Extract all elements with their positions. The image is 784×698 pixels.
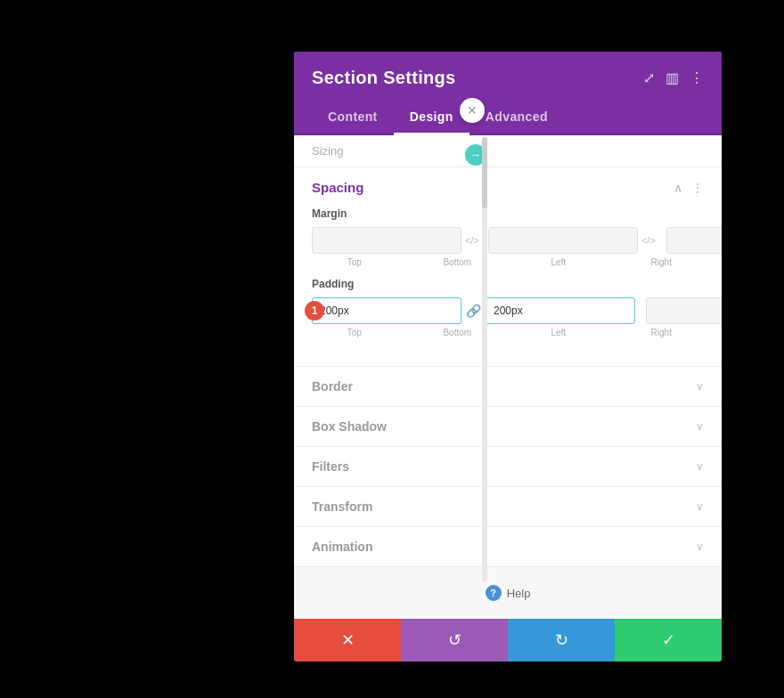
margin-bottom-input[interactable] (488, 227, 638, 254)
margin-field-row: </> </> </> (312, 227, 704, 254)
padding-tb-pair: 🔗 (312, 297, 635, 324)
spacing-header-icons: ∧ ⋮ (674, 181, 704, 195)
redo-button[interactable]: ↻ (508, 619, 615, 661)
margin-left-sublabels: Top Bottom (312, 257, 500, 267)
padding-lr-pair: </> (646, 297, 722, 324)
undo-button[interactable]: ↺ (401, 619, 508, 661)
animation-title: Animation (312, 540, 372, 554)
margin-label: Margin (312, 207, 704, 220)
tab-content[interactable]: Content (312, 101, 394, 135)
expand-icon[interactable]: ⤢ (643, 69, 655, 86)
box-shadow-section[interactable]: Box Shadow ∨ (294, 407, 722, 447)
padding-sub-labels: Top Bottom Left Right (312, 328, 704, 337)
margin-right-sublabel: Right (619, 257, 705, 267)
border-section[interactable]: Border ∨ (294, 367, 722, 407)
margin-left-sublabel2: Left (516, 257, 601, 267)
margin-top-code-icon[interactable]: </> (465, 235, 479, 246)
padding-field-row: 🔗 </> (312, 297, 704, 324)
modal-body: Sizing Spacing ∧ ⋮ Margin </> (294, 135, 722, 619)
help-icon[interactable]: ? (486, 585, 502, 601)
margin-top-sublabel: Top (312, 257, 397, 267)
more-icon[interactable]: ⋮ (690, 69, 704, 86)
spacing-collapse-icon[interactable]: ∧ (674, 181, 682, 195)
close-badge[interactable]: ✕ (460, 98, 485, 123)
filters-chevron: ∨ (696, 460, 704, 473)
link-icon[interactable]: 🔗 (466, 304, 481, 318)
margin-top-input[interactable] (312, 227, 461, 254)
padding-label: Padding (312, 278, 704, 290)
animation-chevron: ∨ (696, 540, 704, 553)
help-label: Help (507, 587, 531, 600)
scrollbar-track (482, 137, 487, 582)
margin-right-sublabels: Left Right (512, 257, 704, 267)
section-settings-modal: Section Settings ⤢ ▥ ⋮ Content Design Ad… (294, 52, 722, 661)
scrollbar-thumb[interactable] (482, 137, 487, 208)
animation-section[interactable]: Animation ∨ (294, 527, 722, 567)
modal-header: Section Settings ⤢ ▥ ⋮ (294, 52, 722, 101)
transform-section[interactable]: Transform ∨ (294, 487, 722, 527)
transform-title: Transform (312, 499, 372, 514)
margin-bottom-code-icon[interactable]: </> (641, 235, 656, 246)
margin-lr-pair: </> (666, 227, 722, 254)
modal-footer: ✕ ↺ ↻ ✓ (294, 619, 722, 661)
cancel-button[interactable]: ✕ (294, 619, 401, 661)
margin-left-input[interactable] (666, 227, 722, 254)
spacing-title: Spacing (312, 180, 363, 195)
spacing-section: Spacing ∧ ⋮ Margin </> </> (294, 167, 722, 367)
padding-row-wrapper: 1 🔗 </> (312, 297, 704, 324)
help-row: ? Help (294, 567, 722, 619)
spacing-content: Margin </> </> </> (294, 207, 722, 366)
padding-bottom-input[interactable] (486, 297, 635, 324)
margin-sub-labels: Top Bottom Left Right (312, 257, 704, 267)
tabs-bar: Content Design Advanced (294, 101, 722, 135)
filters-section[interactable]: Filters ∨ (294, 447, 722, 487)
padding-top-input[interactable] (312, 297, 461, 324)
box-shadow-chevron: ∨ (696, 420, 704, 433)
padding-left-input[interactable] (646, 297, 722, 324)
padding-right-sublabel: Right (619, 328, 705, 337)
border-title: Border (312, 379, 353, 394)
padding-left-sublabels: Top Bottom (312, 328, 500, 337)
transform-chevron: ∨ (696, 500, 704, 513)
sizing-label: Sizing (312, 144, 343, 158)
badge-1: 1 (305, 301, 324, 321)
padding-left-sublabel2: Left (516, 328, 601, 337)
header-icons: ⤢ ▥ ⋮ (643, 69, 704, 86)
border-chevron: ∨ (696, 380, 704, 393)
spacing-more-icon[interactable]: ⋮ (691, 181, 704, 195)
tab-design[interactable]: Design (394, 101, 470, 135)
sizing-row: Sizing (294, 135, 722, 167)
box-shadow-title: Box Shadow (312, 419, 387, 434)
filters-title: Filters (312, 459, 349, 474)
spacing-section-header: Spacing ∧ ⋮ (294, 167, 722, 207)
padding-right-sublabels: Left Right (512, 328, 704, 337)
save-button[interactable]: ✓ (615, 619, 722, 661)
padding-top-sublabel: Top (312, 328, 397, 337)
layout-icon[interactable]: ▥ (666, 69, 679, 86)
modal-title: Section Settings (312, 68, 456, 88)
